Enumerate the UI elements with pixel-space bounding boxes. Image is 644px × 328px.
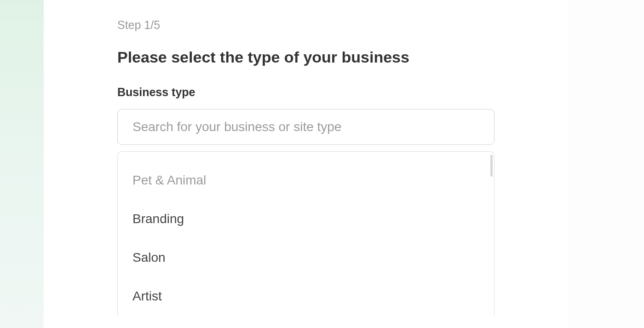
right-edge-strip [568, 0, 644, 328]
page-container: Step 1/5 Please select the type of your … [0, 0, 644, 328]
business-type-input[interactable] [117, 109, 494, 145]
scrollbar-thumb[interactable] [490, 155, 493, 177]
dropdown-item-artist[interactable]: Artist [118, 277, 494, 316]
dropdown-item-pet-animal[interactable]: Pet & Animal [118, 161, 494, 200]
dropdown-item-salon[interactable]: Salon [118, 238, 494, 277]
step-indicator: Step 1/5 [117, 18, 494, 32]
business-type-label: Business type [117, 86, 494, 99]
dropdown-item-branding[interactable]: Branding [118, 200, 494, 238]
left-gradient-strip [0, 0, 44, 328]
dropdown-panel: Pet & Animal Branding Salon Artist [117, 151, 494, 316]
page-heading: Please select the type of your business [117, 48, 494, 66]
dropdown-scroll: Pet & Animal Branding Salon Artist [118, 152, 494, 316]
main-panel: Step 1/5 Please select the type of your … [44, 0, 568, 328]
